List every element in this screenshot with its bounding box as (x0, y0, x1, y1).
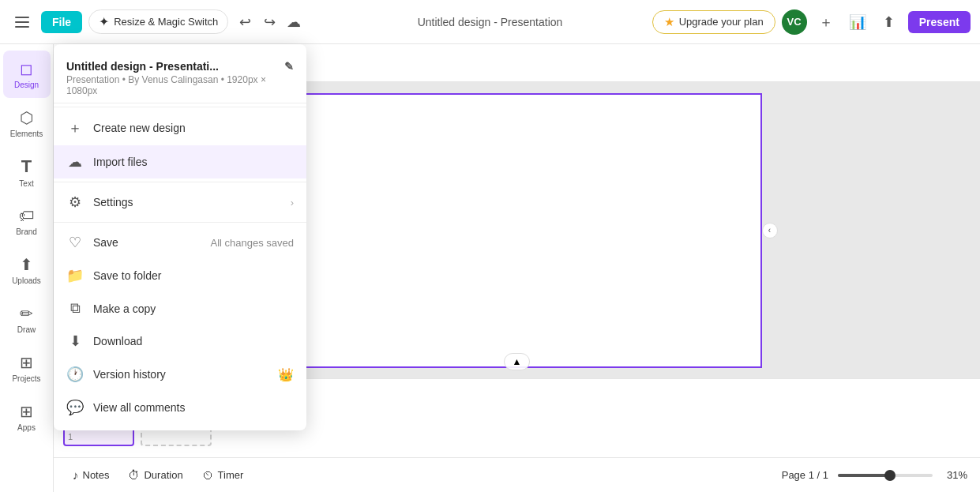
sidebar-item-text[interactable]: T Text (3, 148, 51, 196)
view-comments-label: View all comments (93, 401, 294, 414)
sidebar-apps-label: Apps (17, 423, 36, 432)
magic-icon: ✦ (99, 14, 109, 29)
dropdown-title-row: Untitled design - Presentati... ✎ (66, 60, 294, 73)
notes-label: Notes (83, 469, 110, 481)
menu-item-version-history[interactable]: 🕐 Version history 👑 (54, 358, 306, 391)
settings-label: Settings (93, 196, 281, 208)
zoom-track[interactable] (838, 474, 933, 477)
brand-icon: 🏷 (19, 207, 35, 225)
save-folder-label: Save to folder (93, 269, 294, 282)
dropdown-header: Untitled design - Presentati... ✎ Presen… (54, 51, 306, 103)
user-avatar[interactable]: VC (782, 9, 807, 35)
collapse-panel-button[interactable]: ‹ (762, 223, 778, 238)
dropdown-document-title: Untitled design - Presentati... (66, 60, 219, 73)
sidebar-item-draw[interactable]: ✏ Draw (3, 295, 51, 343)
main-area: ◻ Design ⬡ Elements T Text 🏷 Brand ⬆ Upl… (0, 44, 980, 492)
draw-icon: ✏ (20, 304, 33, 323)
menu-item-settings[interactable]: ⚙ Settings › (54, 186, 306, 219)
text-icon: T (21, 156, 32, 177)
sidebar-item-elements[interactable]: ⬡ Elements (3, 100, 51, 147)
timer-label: Timer (218, 469, 244, 481)
divider-3 (54, 222, 306, 223)
divider-2 (54, 182, 306, 182)
sidebar-item-brand[interactable]: 🏷 Brand (3, 197, 51, 245)
save-status-badge: All changes saved (210, 237, 294, 249)
import-files-icon: ☁ (66, 153, 84, 171)
file-button[interactable]: File (41, 11, 82, 33)
dropdown-subtitle: Presentation • By Venus Calingasan • 192… (66, 74, 294, 96)
elements-icon: ⬡ (20, 108, 33, 127)
redo-button[interactable]: ↪ (259, 10, 280, 34)
zoom-fill (838, 474, 890, 477)
crown-icon: ★ (664, 15, 674, 29)
save-icon: ♡ (66, 234, 84, 251)
status-left-group: ♪ Notes ⏱ Duration ⏲ Timer (66, 465, 250, 485)
topbar: File ✦ Resize & Magic Switch ↩ ↪ ☁ Untit… (0, 0, 980, 44)
version-crown-icon: 👑 (278, 367, 294, 382)
sidebar-item-apps[interactable]: ⊞ Apps (3, 393, 51, 441)
share-button[interactable]: ⬆ (877, 9, 902, 35)
slide-container: ‹ (272, 93, 762, 368)
sidebar-projects-label: Projects (12, 374, 40, 383)
add-collaborator-button[interactable]: ＋ (813, 9, 839, 35)
sidebar-text-label: Text (19, 179, 33, 188)
cloud-save-icon[interactable]: ☁ (287, 13, 301, 31)
duration-icon: ⏱ (128, 468, 140, 482)
menu-item-save[interactable]: ♡ Save All changes saved (54, 226, 306, 259)
page-info: Page 1 / 1 (782, 469, 828, 481)
notes-icon: ♪ (73, 468, 79, 482)
version-history-label: Version history (93, 368, 268, 381)
sidebar-design-label: Design (14, 81, 39, 89)
create-new-label: Create new design (93, 122, 294, 134)
sidebar-item-design[interactable]: ◻ Design (3, 51, 51, 98)
timer-icon: ⏲ (202, 468, 214, 482)
canvas-slide[interactable] (272, 93, 762, 368)
document-title: Untitled design - Presentation (418, 16, 563, 28)
settings-icon: ⚙ (66, 193, 84, 211)
analytics-button[interactable]: 📊 (845, 9, 870, 35)
duration-label: Duration (144, 469, 182, 481)
copy-icon: ⧉ (66, 300, 84, 317)
sidebar-draw-label: Draw (17, 325, 36, 334)
settings-arrow-icon: › (291, 197, 294, 208)
sidebar-uploads-label: Uploads (12, 276, 41, 285)
status-bar: ♪ Notes ⏱ Duration ⏲ Timer Page 1 / 1 (54, 457, 980, 492)
sidebar-item-uploads[interactable]: ⬆ Uploads (3, 246, 51, 294)
version-history-icon: 🕐 (66, 366, 84, 383)
magic-switch-label: Resize & Magic Switch (114, 16, 218, 28)
download-icon: ⬇ (66, 332, 84, 350)
menu-item-make-copy[interactable]: ⧉ Make a copy (54, 292, 306, 325)
menu-item-import-files[interactable]: ☁ Import files (54, 145, 306, 178)
duration-button[interactable]: ⏱ Duration (122, 465, 189, 485)
create-new-icon: ＋ (66, 118, 84, 137)
menu-item-create-new[interactable]: ＋ Create new design (54, 111, 306, 145)
present-button[interactable]: Present (908, 11, 971, 33)
sidebar-item-projects[interactable]: ⊞ Projects (3, 344, 51, 392)
magic-switch-button[interactable]: ✦ Resize & Magic Switch (88, 9, 228, 34)
uploads-icon: ⬆ (20, 255, 33, 274)
sidebar-brand-label: Brand (16, 227, 37, 236)
zoom-thumb[interactable] (884, 470, 896, 481)
zoom-slider[interactable]: 31% (838, 469, 967, 481)
download-label: Download (93, 335, 294, 347)
import-files-label: Import files (93, 156, 294, 168)
hamburger-icon (15, 17, 29, 28)
save-label: Save (93, 236, 201, 249)
divider-1 (54, 107, 306, 107)
comments-icon: 💬 (66, 399, 84, 416)
notes-button[interactable]: ♪ Notes (66, 465, 115, 485)
upgrade-button[interactable]: ★ Upgrade your plan (652, 10, 775, 34)
menu-item-download[interactable]: ⬇ Download (54, 325, 306, 358)
hide-pages-icon: ▲ (513, 356, 522, 367)
hamburger-menu[interactable] (9, 9, 35, 35)
hide-pages-button[interactable]: ▲ (504, 353, 531, 370)
menu-item-view-comments[interactable]: 💬 View all comments (54, 391, 306, 424)
edit-title-icon[interactable]: ✎ (284, 60, 294, 73)
upgrade-label: Upgrade your plan (679, 16, 764, 28)
undo-button[interactable]: ↩ (235, 10, 256, 34)
sidebar-elements-label: Elements (10, 130, 43, 138)
zoom-value: 31% (939, 469, 967, 481)
menu-item-save-to-folder[interactable]: 📁 Save to folder (54, 259, 306, 292)
timer-button[interactable]: ⏲ Timer (196, 465, 250, 485)
left-sidebar: ◻ Design ⬡ Elements T Text 🏷 Brand ⬆ Upl… (0, 44, 54, 492)
